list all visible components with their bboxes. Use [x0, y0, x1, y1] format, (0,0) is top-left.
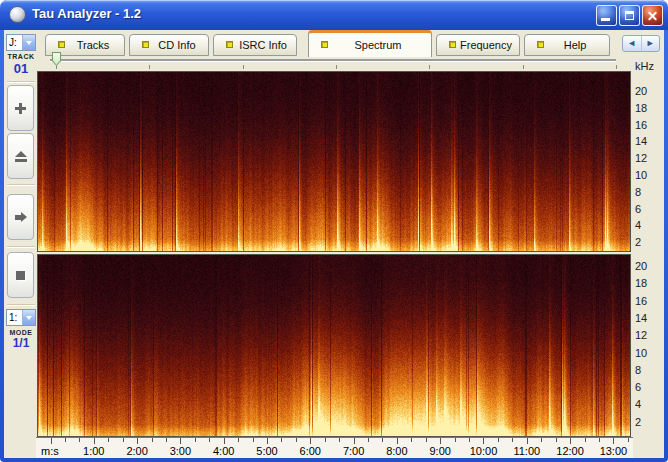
tab-label: Frequency [457, 39, 515, 51]
time-tick [628, 438, 629, 442]
window-controls [596, 5, 663, 26]
chevron-left-icon: ◄ [627, 38, 636, 48]
time-tick-label: 11:00 [507, 445, 547, 457]
eject-button[interactable] [7, 133, 34, 179]
slider-tick [429, 65, 430, 69]
separator [7, 81, 35, 83]
time-tick [180, 438, 181, 444]
freq-tick-label: 16 [635, 295, 663, 307]
time-tick [94, 438, 95, 444]
time-tick [469, 438, 470, 442]
time-tick-label: 10:00 [464, 445, 504, 457]
titlebar[interactable]: Tau Analyzer - 1.2 [0, 0, 668, 30]
freq-tick-label: 18 [635, 102, 663, 114]
slider-tick [149, 65, 150, 69]
time-tick [512, 438, 513, 442]
client-area: TracksCD InfoISRC InfoSpectrumFrequencyH… [4, 30, 664, 458]
freq-tick-label: 2 [635, 236, 663, 248]
maximize-button[interactable] [619, 5, 640, 26]
maximize-icon [625, 11, 634, 20]
mode-select-dropdown-button[interactable] [22, 310, 35, 325]
time-tick [152, 438, 153, 442]
time-tick-label: 6:00 [290, 445, 330, 457]
chevron-down-icon [26, 41, 32, 45]
drive-select[interactable]: J: [6, 34, 36, 51]
time-tick-label: 4:00 [204, 445, 244, 457]
mode-value: 1/1 [4, 336, 38, 350]
stop-icon [16, 271, 25, 280]
time-tick [209, 438, 210, 442]
close-icon [643, 6, 662, 25]
time-tick [137, 438, 138, 444]
time-tick [368, 438, 369, 442]
stop-button[interactable] [7, 252, 34, 298]
minimize-icon [601, 18, 610, 21]
close-button[interactable] [642, 5, 663, 26]
time-tick [426, 438, 427, 442]
freq-tick-label: 16 [635, 119, 663, 131]
freq-tick-label: 12 [635, 329, 663, 341]
time-tick [440, 438, 441, 444]
track-label: TRACK [4, 53, 38, 60]
time-tick-label: 12:00 [550, 445, 590, 457]
spectrogram-channel-1 [37, 71, 631, 252]
freq-tick-label: 8 [635, 364, 663, 376]
minimize-button[interactable] [596, 5, 617, 26]
time-tick [65, 438, 66, 442]
time-tick-label: 2:00 [117, 445, 157, 457]
slider-thumb[interactable] [52, 52, 61, 66]
drive-select-dropdown-button[interactable] [22, 35, 35, 50]
time-tick [613, 438, 614, 444]
freq-tick-label: 12 [635, 152, 663, 164]
slider-tick [56, 65, 57, 69]
tab-led-icon [449, 41, 456, 48]
time-tick [585, 438, 586, 442]
arrow-right-icon [15, 212, 27, 222]
time-tick [238, 438, 239, 442]
tab-led-icon [226, 41, 233, 48]
time-tick-label: 7:00 [334, 445, 374, 457]
freq-tick-label: 4 [635, 398, 663, 410]
separator [7, 184, 35, 186]
freq-tick-label: 14 [635, 312, 663, 324]
time-tick [483, 438, 484, 444]
tab-scroll-right-button[interactable]: ► [642, 36, 660, 51]
slider-tick [336, 65, 337, 69]
sidebar: J: TRACK 01 1: MODE 1/1 [4, 30, 38, 458]
time-tick [296, 438, 297, 442]
time-tick [354, 438, 355, 444]
arrow-right-button[interactable] [7, 194, 34, 240]
eject-icon [15, 151, 27, 162]
tab-label: CD Info [150, 39, 204, 51]
time-tick [411, 438, 412, 442]
time-tick [224, 438, 225, 444]
app-window: Tau Analyzer - 1.2 TracksCD InfoISRC Inf… [0, 0, 668, 462]
mode-select-value: 1: [9, 312, 17, 323]
plus-button[interactable] [7, 85, 34, 131]
tab-scroll-left-button[interactable]: ◄ [623, 36, 642, 51]
time-tick-label: 5:00 [247, 445, 287, 457]
freq-tick-label: 6 [635, 203, 663, 215]
tab-spectrum[interactable]: Spectrum [308, 30, 432, 57]
time-tick [339, 438, 340, 442]
time-tick [310, 438, 311, 444]
time-tick [455, 438, 456, 442]
time-tick-label: 8:00 [377, 445, 417, 457]
spectrogram-canvas-1 [38, 72, 630, 251]
time-tick [570, 438, 571, 444]
freq-tick-label: 8 [635, 186, 663, 198]
time-tick [541, 438, 542, 442]
mode-select[interactable]: 1: [6, 309, 36, 326]
tab-label: Tracks [66, 39, 120, 51]
time-tick [556, 438, 557, 442]
tab-label: Help [545, 39, 605, 51]
time-tick [397, 438, 398, 444]
slider-tick [523, 65, 524, 69]
tab-led-icon [537, 41, 544, 48]
window-title: Tau Analyzer - 1.2 [32, 6, 141, 21]
time-tick [527, 438, 528, 444]
time-tick [108, 438, 109, 442]
slider-track[interactable] [50, 59, 616, 61]
slider-tick [616, 65, 617, 69]
slider-tick [243, 65, 244, 69]
